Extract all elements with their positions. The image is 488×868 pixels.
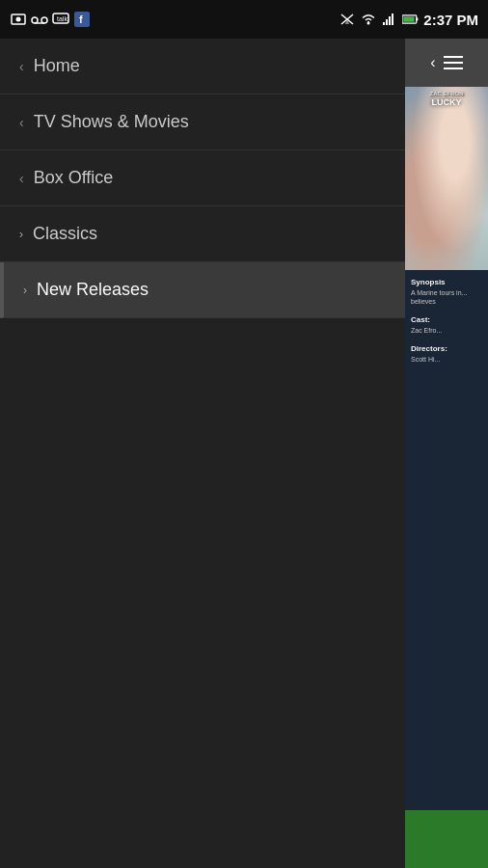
hamburger-line — [444, 56, 463, 58]
svg-rect-18 — [417, 17, 419, 20]
svg-rect-14 — [386, 19, 388, 25]
wifi-icon — [360, 11, 377, 28]
svg-text:f: f — [79, 14, 83, 25]
hamburger-line — [444, 62, 463, 64]
svg-point-12 — [367, 22, 370, 25]
facebook-icon: f — [73, 11, 91, 28]
sidebar-item-classics[interactable]: › Classics — [0, 206, 405, 262]
directors-label: Directors: — [411, 344, 482, 353]
movie-title-overlay: ZAC EFRON LUCKY — [407, 91, 486, 108]
hamburger-line — [444, 68, 463, 69]
movie-poster: ZAC EFRON LUCKY — [405, 87, 488, 270]
arrow-icon: › — [23, 284, 27, 297]
hamburger-lines — [444, 56, 463, 69]
svg-rect-15 — [389, 16, 391, 25]
svg-rect-19 — [404, 16, 415, 22]
sidebar-item-label: New Releases — [37, 280, 149, 300]
svg-point-2 — [32, 17, 38, 23]
right-panel: ‹ ZAC EFRON LUCKY Synopsis A Marine tour… — [405, 39, 488, 868]
directors-text: Scott Hi... — [411, 355, 482, 364]
arrow-icon: › — [19, 228, 23, 241]
battery-icon — [402, 11, 420, 28]
svg-rect-13 — [383, 22, 385, 25]
sidebar-item-label: Classics — [33, 224, 97, 244]
sidebar-item-label: Box Office — [34, 168, 114, 188]
synopsis-label: Synopsis — [411, 278, 482, 286]
system-status-icons: 2:37 PM — [339, 11, 478, 28]
chevron-icon: ‹ — [19, 171, 24, 186]
status-time: 2:37 PM — [423, 12, 478, 28]
svg-point-3 — [41, 17, 47, 23]
cast-label: Cast: — [411, 315, 482, 324]
sidebar-item-tv-shows-movies[interactable]: ‹ TV Shows & Movies — [0, 95, 405, 150]
nav-panel: ‹ Home ‹ TV Shows & Movies ‹ Box Office … — [0, 39, 405, 868]
poster-background — [405, 87, 488, 270]
cast-section: Cast: Zac Efro... — [411, 315, 482, 335]
sidebar-item-home[interactable]: ‹ Home — [0, 39, 405, 95]
directors-section: Directors: Scott Hi... — [411, 344, 482, 364]
svg-rect-16 — [392, 14, 393, 25]
chevron-left-icon: ‹ — [430, 54, 435, 71]
hamburger-button[interactable]: ‹ — [405, 39, 488, 87]
sidebar-item-new-releases[interactable]: › New Releases — [0, 262, 405, 318]
sidebar-item-label: Home — [34, 56, 80, 76]
main-layout: ‹ Home ‹ TV Shows & Movies ‹ Box Office … — [0, 39, 488, 868]
chevron-icon: ‹ — [19, 115, 24, 130]
sidebar-item-box-office[interactable]: ‹ Box Office — [0, 150, 405, 206]
status-bar: talk f — [0, 0, 488, 39]
talk-icon: talk — [52, 11, 69, 28]
svg-point-1 — [16, 17, 21, 22]
no-signal-icon — [339, 11, 356, 28]
movie-info-panel: Synopsis A Marine tours in... believes C… — [405, 270, 488, 810]
cast-text: Zac Efro... — [411, 326, 482, 335]
status-icons: talk f — [10, 11, 91, 28]
chevron-icon: ‹ — [19, 59, 24, 74]
signal-icon — [381, 11, 398, 28]
photo-icon — [10, 11, 27, 28]
sidebar-item-label: TV Shows & Movies — [34, 112, 189, 132]
svg-text:talk: talk — [57, 15, 68, 22]
bottom-green-button[interactable] — [405, 810, 488, 868]
synopsis-text: A Marine tours in... believes — [411, 288, 482, 306]
voicemail-icon — [31, 11, 48, 28]
synopsis-section: Synopsis A Marine tours in... believes — [411, 278, 482, 306]
